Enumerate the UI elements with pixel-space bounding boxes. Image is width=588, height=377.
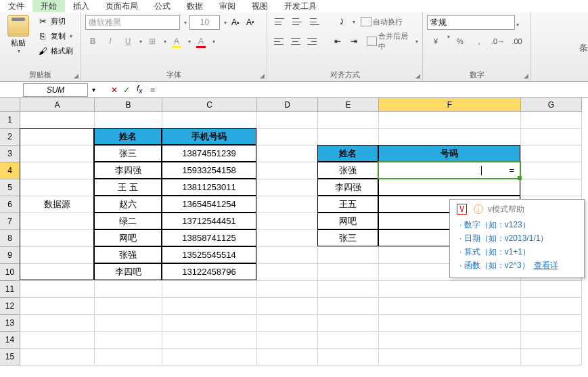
tooltip-item-0[interactable]: 数字（如：v123） — [459, 219, 577, 231]
cell-A11[interactable] — [20, 281, 95, 298]
cell-D3[interactable] — [257, 146, 318, 162]
copy-button[interactable]: ⎘复制▾ — [35, 30, 75, 42]
align-bottom-button[interactable] — [307, 15, 323, 28]
cell-G11[interactable] — [521, 281, 582, 298]
cell-B8[interactable]: 网吧 — [94, 229, 162, 246]
decrease-font-button[interactable]: A▾ — [244, 16, 256, 28]
italic-button[interactable]: I — [103, 34, 118, 49]
align-middle-button[interactable] — [289, 15, 305, 28]
cell-D2[interactable] — [257, 129, 318, 146]
column-headers[interactable]: ABCDEFG — [20, 98, 582, 112]
percent-format-button[interactable]: % — [451, 34, 469, 49]
row-header-1[interactable]: 1 — [0, 112, 20, 129]
cell-B13[interactable] — [95, 315, 162, 332]
cell-D12[interactable] — [257, 298, 318, 315]
cell-G4[interactable] — [521, 162, 582, 179]
font-expand-icon[interactable]: ◢ — [260, 72, 265, 79]
cell-G15[interactable] — [521, 349, 582, 365]
increase-indent-button[interactable]: ⇥ — [346, 35, 361, 48]
cell-C4[interactable]: 15933254158 — [162, 162, 256, 179]
align-top-button[interactable] — [271, 15, 288, 28]
cell-B9[interactable]: 张强 — [94, 246, 162, 263]
cell-B3[interactable]: 张三 — [94, 145, 162, 162]
cell-A2[interactable]: 数据源 — [20, 128, 94, 280]
decrease-decimal-button[interactable]: .00 — [508, 34, 526, 49]
cell-B6[interactable]: 赵六 — [94, 196, 162, 213]
cell-B2[interactable]: 姓名 — [94, 128, 162, 145]
cell-B11[interactable] — [95, 281, 162, 298]
cell-E2[interactable] — [318, 129, 379, 146]
cell-E14[interactable] — [318, 332, 379, 349]
cell-D15[interactable] — [257, 349, 318, 365]
row-header-12[interactable]: 12 — [0, 298, 20, 315]
select-all-corner[interactable] — [0, 98, 20, 112]
cell-D13[interactable] — [257, 315, 318, 332]
cell-C8[interactable]: 13858741125 — [162, 229, 256, 246]
tooltip-see-more[interactable]: 查看详 — [534, 261, 558, 270]
align-expand-icon[interactable]: ◢ — [415, 72, 420, 79]
accounting-format-button[interactable]: ¥ — [427, 34, 445, 49]
cell-C11[interactable] — [162, 281, 257, 298]
cell-E6[interactable]: 王五 — [317, 196, 378, 213]
col-header-C[interactable]: C — [162, 98, 257, 112]
cell-E10[interactable] — [318, 264, 379, 281]
row-header-6[interactable]: 6 — [0, 196, 20, 213]
col-header-D[interactable]: D — [257, 98, 318, 112]
col-header-G[interactable]: G — [521, 98, 582, 112]
cell-G14[interactable] — [521, 332, 582, 349]
cell-D8[interactable] — [257, 230, 318, 247]
cell-B15[interactable] — [95, 349, 162, 365]
cell-C12[interactable] — [162, 298, 257, 315]
clipboard-expand-icon[interactable]: ◢ — [74, 72, 78, 79]
row-header-15[interactable]: 15 — [0, 349, 20, 365]
tooltip-item-3[interactable]: 函数（如：v2^3）查看详 — [459, 260, 577, 271]
cell-C3[interactable]: 13874551239 — [162, 145, 256, 162]
align-center-button[interactable] — [288, 35, 302, 48]
name-box-dropdown[interactable]: ▾ — [92, 86, 101, 93]
bold-button[interactable]: B — [85, 34, 100, 49]
cell-D10[interactable] — [257, 264, 318, 281]
ribbon-tab-7[interactable]: 视图 — [244, 0, 276, 12]
col-header-B[interactable]: B — [95, 98, 162, 112]
fill-color-button[interactable]: A — [169, 34, 184, 49]
row-header-2[interactable]: 2 — [0, 129, 20, 146]
font-color-button[interactable]: A — [194, 34, 208, 49]
fx-icon[interactable]: fx — [137, 84, 142, 95]
cell-D6[interactable] — [257, 196, 318, 213]
cell-A1[interactable] — [20, 112, 95, 129]
format-painter-button[interactable]: 🖌格式刷 — [35, 45, 75, 57]
paste-dropdown[interactable]: ▾ — [18, 48, 20, 54]
border-button[interactable]: ⊞ — [145, 34, 160, 49]
row-header-3[interactable]: 3 — [0, 146, 20, 162]
cell-C9[interactable]: 13525545514 — [162, 246, 256, 263]
cell-B10[interactable]: 李四吧 — [94, 263, 162, 280]
cell-A12[interactable] — [20, 298, 95, 315]
cell-A14[interactable] — [20, 332, 95, 349]
cell-G1[interactable] — [521, 112, 582, 129]
tooltip-item-1[interactable]: 日期（如：v2013/1/1） — [459, 233, 577, 244]
cell-A13[interactable] — [20, 315, 95, 332]
cell-B14[interactable] — [95, 332, 162, 349]
align-left-button[interactable] — [271, 35, 286, 48]
cell-B5[interactable]: 王 五 — [94, 179, 162, 196]
col-header-A[interactable]: A — [20, 98, 95, 112]
ribbon-tab-4[interactable]: 公式 — [146, 0, 179, 12]
fill-handle[interactable] — [518, 176, 522, 180]
font-size-dropdown[interactable]: ▾ — [224, 20, 227, 26]
cell-G3[interactable] — [521, 146, 582, 162]
cell-B4[interactable]: 李四强 — [94, 162, 162, 179]
number-expand-icon[interactable]: ◢ — [524, 72, 528, 79]
col-header-E[interactable]: E — [318, 98, 379, 112]
underline-button[interactable]: U — [120, 34, 135, 49]
cell-A15[interactable] — [20, 349, 95, 365]
row-header-10[interactable]: 10 — [0, 264, 20, 281]
paste-icon[interactable] — [7, 15, 29, 37]
merge-center-button[interactable]: 合并后居中▾ — [367, 31, 418, 51]
font-size-select[interactable] — [189, 15, 220, 30]
enter-formula-button[interactable]: ✓ — [120, 84, 133, 96]
row-header-13[interactable]: 13 — [0, 315, 20, 332]
cell-D7[interactable] — [257, 213, 318, 230]
number-format-select[interactable] — [427, 15, 515, 30]
cell-D9[interactable] — [257, 247, 318, 264]
row-header-7[interactable]: 7 — [0, 213, 20, 230]
